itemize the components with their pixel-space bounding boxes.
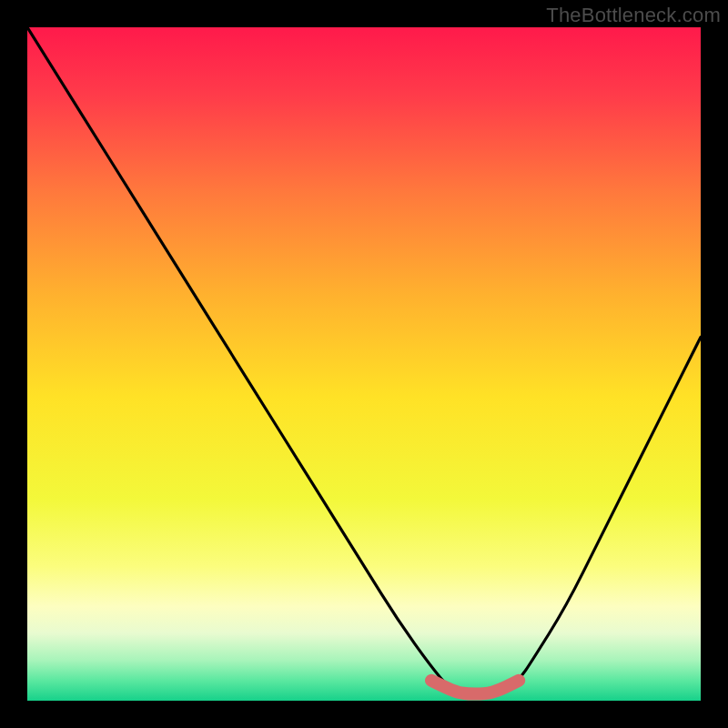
bottleneck-curve — [27, 27, 701, 694]
plot-area — [27, 27, 701, 701]
curve-layer — [27, 27, 701, 701]
chart-frame: TheBottleneck.com — [0, 0, 728, 728]
optimal-band — [431, 681, 519, 694]
attribution-text: TheBottleneck.com — [546, 4, 721, 27]
